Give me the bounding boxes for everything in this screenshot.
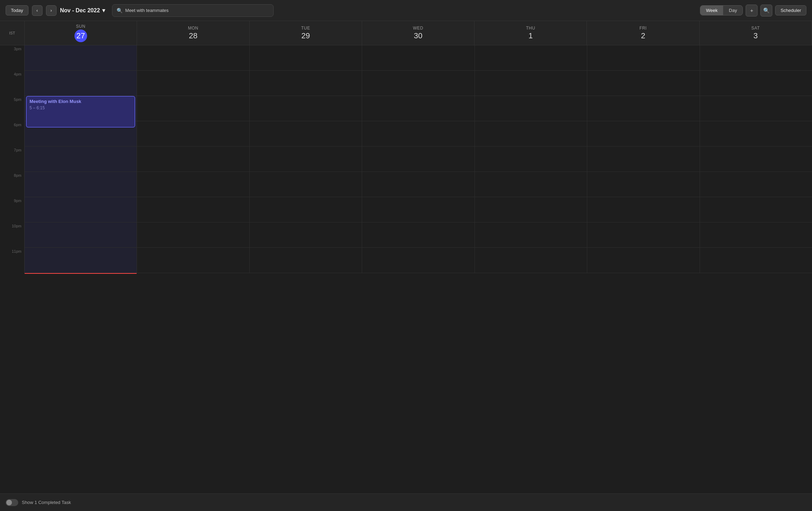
day-column-thu[interactable] <box>475 45 587 273</box>
header-right: Week Day + 🔍 Scheduler <box>700 5 806 17</box>
time-grid: 3pm 4pm 5pm 6pm 7pm 8pm 9pm 10pm 11pm <box>0 45 812 273</box>
add-button[interactable]: + <box>746 5 758 17</box>
day-number-sat: 3 <box>753 31 758 40</box>
day-column-tue[interactable] <box>250 45 362 273</box>
day-number-mon: 28 <box>189 31 197 40</box>
day-column-fri[interactable] <box>587 45 700 273</box>
view-toggle: Week Day <box>700 5 743 15</box>
event-title: Meeting with Elon Musk <box>30 99 132 105</box>
chevron-down-icon: ▾ <box>102 7 105 14</box>
completed-task-toggle[interactable] <box>6 499 18 506</box>
hour-cell-sun-3pm[interactable] <box>25 45 137 71</box>
day-header-tue[interactable]: Tue 29 <box>250 21 362 45</box>
hour-cell-sun-11pm[interactable] <box>25 248 137 273</box>
date-range-text: Nov - Dec 2022 <box>60 7 100 14</box>
time-label-10pm: 10pm <box>0 222 24 248</box>
search-input[interactable] <box>125 8 269 13</box>
day-header-fri[interactable]: Fri 2 <box>587 21 699 45</box>
search-icon: 🔍 <box>117 8 123 13</box>
current-time-line <box>25 273 137 274</box>
time-label-11pm: 11pm <box>0 248 24 273</box>
time-label-7pm: 7pm <box>0 147 24 172</box>
time-label-8pm: 8pm <box>0 172 24 197</box>
calendar-header: Today ‹ › Nov - Dec 2022 ▾ 🔍 Week Day + … <box>0 0 812 21</box>
day-number-sun: 27 <box>74 30 87 42</box>
prev-button[interactable]: ‹ <box>32 5 42 16</box>
time-label-6pm: 6pm <box>0 121 24 147</box>
scheduler-button[interactable]: Scheduler <box>775 5 806 15</box>
event-time: 5 – 6:15 <box>30 105 132 110</box>
time-grid-scroll[interactable]: 3pm 4pm 5pm 6pm 7pm 8pm 9pm 10pm 11pm <box>0 45 812 493</box>
hour-cell-sun-7pm[interactable] <box>25 147 137 172</box>
time-label-3pm: 3pm <box>0 45 24 71</box>
hour-cell-sun-9pm[interactable] <box>25 197 137 222</box>
day-number-tue: 29 <box>301 31 310 40</box>
days-columns: Meeting with Elon Musk 5 – 6:15 <box>25 45 812 273</box>
date-range[interactable]: Nov - Dec 2022 ▾ <box>60 7 105 14</box>
timezone-label: IST <box>0 21 25 45</box>
day-number-wed: 30 <box>414 31 422 40</box>
day-header-sun[interactable]: Sun 27 <box>25 21 137 45</box>
week-view-button[interactable]: Week <box>700 6 723 15</box>
day-view-button[interactable]: Day <box>723 6 742 15</box>
day-column-mon[interactable] <box>137 45 249 273</box>
day-name-tue: Tue <box>301 26 310 31</box>
day-header-thu[interactable]: Thu 1 <box>474 21 587 45</box>
calendar-container: IST Sun 27 Mon 28 Tue 29 Wed 30 Thu 1 Fr… <box>0 21 812 493</box>
time-label-5pm: 5pm <box>0 96 24 121</box>
hour-cell-sun-8pm[interactable] <box>25 172 137 197</box>
time-label-4pm: 4pm <box>0 71 24 96</box>
day-headers: IST Sun 27 Mon 28 Tue 29 Wed 30 Thu 1 Fr… <box>0 21 812 45</box>
day-number-thu: 1 <box>529 31 533 40</box>
toggle-knob <box>6 500 12 505</box>
day-number-fri: 2 <box>641 31 645 40</box>
day-name-thu: Thu <box>526 26 535 31</box>
day-column-sun[interactable]: Meeting with Elon Musk 5 – 6:15 <box>25 45 137 273</box>
completed-task-label: Show 1 Completed Task <box>22 500 71 505</box>
search-button[interactable]: 🔍 <box>760 5 772 17</box>
time-label-9pm: 9pm <box>0 197 24 222</box>
hour-cell-sun-10pm[interactable] <box>25 222 137 248</box>
day-name-sun: Sun <box>76 24 85 29</box>
today-button[interactable]: Today <box>6 5 28 15</box>
day-header-sat[interactable]: Sat 3 <box>700 21 812 45</box>
day-name-mon: Mon <box>188 26 198 31</box>
event-meeting-elon[interactable]: Meeting with Elon Musk 5 – 6:15 <box>26 96 135 128</box>
day-name-fri: Fri <box>640 26 647 31</box>
day-column-wed[interactable] <box>362 45 474 273</box>
search-bar[interactable]: 🔍 <box>112 4 274 17</box>
day-header-mon[interactable]: Mon 28 <box>137 21 249 45</box>
time-gutter: 3pm 4pm 5pm 6pm 7pm 8pm 9pm 10pm 11pm <box>0 45 25 273</box>
day-name-sat: Sat <box>751 26 760 31</box>
footer: Show 1 Completed Task <box>0 493 812 511</box>
day-name-wed: Wed <box>413 26 424 31</box>
next-button[interactable]: › <box>46 5 57 16</box>
day-column-sat[interactable] <box>700 45 812 273</box>
day-header-wed[interactable]: Wed 30 <box>362 21 474 45</box>
hour-cell-sun-4pm[interactable] <box>25 71 137 96</box>
